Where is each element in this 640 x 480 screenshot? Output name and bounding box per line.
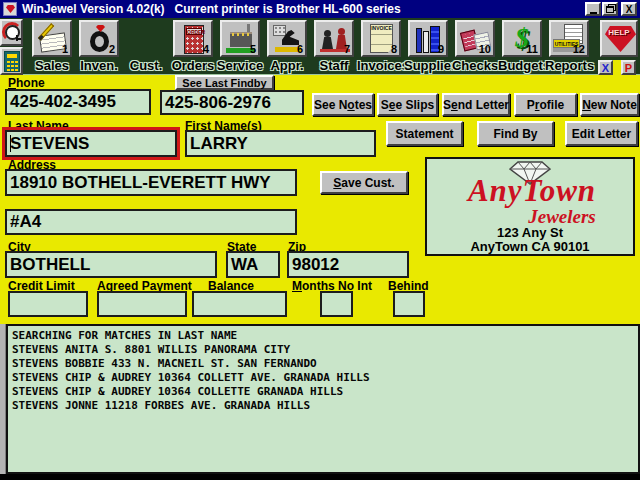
minimize-button[interactable] [585, 2, 601, 16]
calculator-button[interactable] [0, 47, 23, 75]
toolbar-label-staff[interactable]: Staff [310, 58, 358, 73]
logo-address-line1: 123 Any St [427, 225, 633, 240]
reports-utilities-icon[interactable]: UTILITIES 12 [549, 20, 589, 57]
profile-button[interactable]: Profile [514, 93, 577, 116]
staff-people-icon[interactable]: 7 [314, 20, 354, 57]
result-line[interactable]: STEVENS JONNE 11218 FORBES AVE. GRANADA … [12, 399, 638, 413]
toolbar-label-service[interactable]: Service [216, 58, 264, 73]
result-line[interactable]: STEVENS BOBBIE 433 N. MACNEIL ST. SAN FE… [12, 357, 638, 371]
see-slips-button[interactable]: See Slips [377, 93, 438, 116]
calculator-icon [4, 51, 20, 72]
winjewel-window: WinJewel Version 4.02(k) Current printer… [0, 0, 640, 480]
dollar-icon[interactable]: $ 11 [502, 20, 542, 57]
agreed-payment-field[interactable] [97, 291, 187, 317]
mini-x-button[interactable]: X [598, 60, 613, 75]
statement-button[interactable]: Statement [386, 121, 463, 146]
toolbar: 1 Sales 2 Inven. Cust. ORDER 4 Orders [0, 18, 640, 75]
see-notes-button[interactable]: See Notes [312, 93, 374, 116]
phone-field[interactable]: 425-402-3495 [5, 89, 151, 115]
checkbook-icon[interactable]: 10 [455, 20, 495, 57]
toolbar-label-budgets[interactable]: Budgets [498, 58, 546, 73]
order-book-icon[interactable]: ORDER 4 [173, 20, 213, 57]
address-field[interactable]: 18910 BOTHELL-EVERETT HWY [5, 169, 297, 196]
edit-letter-button[interactable]: Edit Letter [565, 121, 638, 146]
title-bar: WinJewel Version 4.02(k) Current printer… [0, 0, 640, 18]
toolbar-item-reports: UTILITIES 12 Reports [545, 18, 593, 74]
mini-divider [613, 60, 621, 75]
logo-brand-text: AnyTown [435, 173, 629, 209]
last-name-field[interactable]: STEVENS [5, 130, 177, 157]
toolbar-label-checks[interactable]: Checks [451, 58, 499, 73]
sales-notepad-icon[interactable]: 1 [32, 20, 72, 57]
toolbar-label-supplier[interactable]: Supplier [404, 58, 452, 73]
credit-limit-field[interactable] [8, 291, 88, 317]
toolbar-item-inventory: 2 Inven. [75, 18, 123, 74]
result-line[interactable]: STEVENS CHIP & AUDREY 10364 COLLETTE GRA… [12, 385, 638, 399]
save-cust-button[interactable]: Save Cust. [320, 171, 408, 194]
phone2-field[interactable]: 425-806-2976 [160, 90, 304, 115]
close-button[interactable]: X [621, 2, 637, 16]
minimize-icon [590, 12, 597, 14]
result-line[interactable]: STEVENS ANITA S. 8801 WILLIS PANORAMA CI… [12, 343, 638, 357]
logo-address-line2: AnyTown CA 90101 [427, 239, 633, 254]
toolbar-item-budgets: $ 11 Budgets [498, 18, 546, 74]
toolbar-item-appraisals: 6 Appr. [263, 18, 311, 74]
state-field[interactable]: WA [226, 251, 280, 278]
toolbar-label-appraisals[interactable]: Appr. [263, 58, 311, 73]
city-field[interactable]: BOTHELL [5, 251, 217, 278]
balance-field[interactable] [192, 291, 287, 317]
toolbar-item-supplier: 9 Supplier [404, 18, 452, 74]
bottom-border [0, 474, 640, 480]
toolbar-label-customers[interactable]: Cust. [122, 58, 170, 73]
see-last-findby-button[interactable]: See Last Findby [175, 75, 274, 90]
books-icon[interactable]: 9 [408, 20, 448, 57]
toolbar-label-inventory[interactable]: Inven. [75, 58, 123, 73]
phone-label: Phone [8, 76, 45, 90]
help-icon[interactable]: HELP [600, 20, 638, 57]
toolbar-item-service: 5 Service [216, 18, 264, 74]
first-name-field[interactable]: LARRY [185, 130, 376, 157]
appraisal-microscope-icon[interactable]: 6 [267, 20, 307, 57]
behind-field[interactable] [393, 291, 425, 317]
toolbar-item-customers: Cust. [122, 18, 170, 74]
toolbar-label-orders[interactable]: Orders [169, 58, 217, 73]
gem-icon [6, 5, 15, 13]
polisher-machine-icon[interactable]: 5 [220, 20, 260, 57]
toolbar-label-reports[interactable]: Reports [545, 58, 593, 73]
app-gem-icon [3, 2, 17, 16]
toolbar-item-sales: 1 Sales [28, 18, 76, 74]
maximize-icon [606, 6, 614, 13]
store-logo: AnyTown Jewelers 123 Any St AnyTown CA 9… [425, 157, 635, 256]
search-status-line: SEARCHING FOR MATCHES IN LAST NAME [12, 329, 638, 343]
months-no-int-field[interactable] [320, 291, 353, 317]
toolbar-item-checks: 10 Checks [451, 18, 499, 74]
mini-p-button[interactable]: P [621, 60, 636, 75]
toolbar-label-sales[interactable]: Sales [28, 58, 76, 73]
zip-field[interactable]: 98012 [287, 251, 409, 278]
new-note-button[interactable]: New Note [580, 93, 639, 116]
toolbar-item-invoices: INVOICE 8 Invoices [357, 18, 405, 74]
address2-field[interactable]: #A4 [5, 209, 297, 235]
focus-highlight: STEVENS [2, 127, 180, 160]
result-line[interactable]: STEVENS CHIP & AUDREY 10364 COLLETT AVE.… [12, 371, 638, 385]
search-results-panel[interactable]: SEARCHING FOR MATCHES IN LAST NAME STEVE… [6, 324, 640, 474]
toolbar-item-staff: 7 Staff [310, 18, 358, 74]
time-clock-button[interactable] [0, 19, 23, 46]
maximize-button[interactable] [602, 2, 618, 16]
invoice-pad-icon[interactable]: INVOICE 8 [361, 20, 401, 57]
toolbar-label-invoices[interactable]: Invoices [357, 58, 405, 73]
window-title: WinJewel Version 4.02(k) Current printer… [22, 2, 401, 16]
toolbar-item-orders: ORDER 4 Orders [169, 18, 217, 74]
ring-icon[interactable]: 2 [79, 20, 119, 57]
send-letter-button[interactable]: Send Letter [442, 93, 510, 116]
find-by-button[interactable]: Find By [477, 121, 554, 146]
